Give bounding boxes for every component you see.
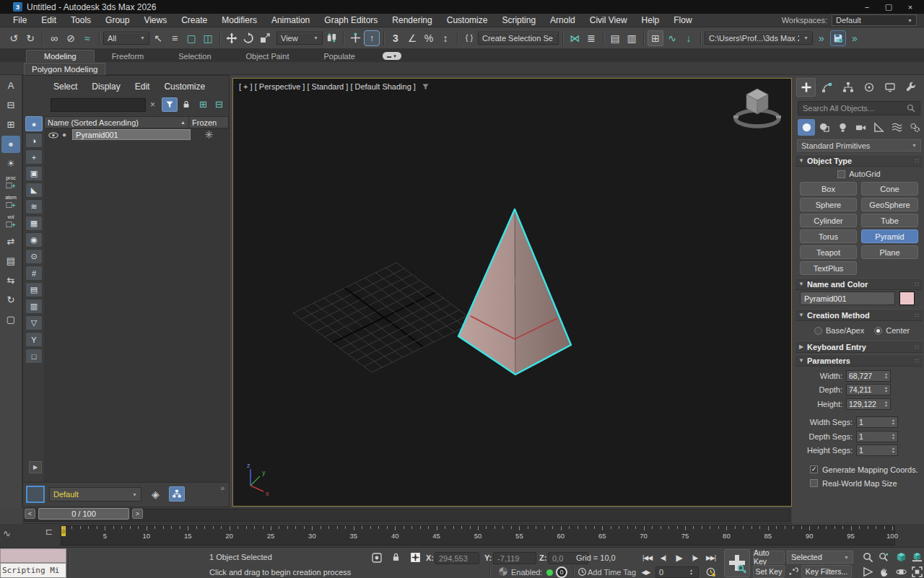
paint-select-icon[interactable]: ● bbox=[1, 136, 20, 153]
display-lights-icon[interactable]: ▣ bbox=[25, 166, 43, 181]
schematic-a-icon[interactable]: A bbox=[1, 77, 20, 95]
spinner[interactable]: ▴▾ bbox=[889, 433, 897, 440]
render-setup-icon[interactable]: ↓ bbox=[681, 30, 697, 46]
select-and-scale-icon[interactable] bbox=[257, 30, 273, 46]
x-coordinate-field[interactable]: 294,553 bbox=[435, 552, 479, 564]
object-type-torus[interactable]: Torus bbox=[800, 229, 857, 243]
orbit-icon[interactable] bbox=[894, 565, 909, 578]
play-button[interactable]: ▶ bbox=[671, 551, 687, 564]
category-shapes-icon[interactable] bbox=[816, 119, 833, 136]
radio-base-apex[interactable] bbox=[814, 327, 822, 335]
display-cameras-icon[interactable]: ◣ bbox=[25, 183, 43, 198]
toolbar-overflow-icon[interactable]: » bbox=[847, 30, 863, 46]
param-field-width-segs[interactable]: 1▴▾ bbox=[856, 416, 898, 428]
pan-hand-icon[interactable] bbox=[876, 565, 892, 578]
light-lister-icon[interactable]: ☀ bbox=[1, 155, 20, 172]
display-filter-combos-icon[interactable]: Y bbox=[25, 332, 43, 347]
object-type-tube[interactable]: Tube bbox=[861, 214, 918, 227]
save-file-icon[interactable] bbox=[830, 30, 846, 46]
explorer-menu-edit[interactable]: Edit bbox=[135, 82, 150, 92]
toggle-scene-explorer-icon[interactable]: ▤ bbox=[607, 30, 623, 46]
menu-scripting[interactable]: Scripting bbox=[494, 14, 543, 27]
menu-arnold[interactable]: Arnold bbox=[543, 14, 583, 27]
menu-views[interactable]: Views bbox=[136, 14, 174, 27]
viewcube[interactable] bbox=[733, 89, 781, 126]
object-type-box[interactable]: Box bbox=[800, 182, 857, 196]
explorer-expand-arrow[interactable]: ▶ bbox=[29, 461, 42, 473]
category-lights-icon[interactable] bbox=[834, 119, 851, 136]
display-bones-icon[interactable]: ◉ bbox=[25, 232, 43, 248]
display-geometry-icon[interactable]: ◑ bbox=[25, 133, 43, 148]
table-row[interactable]: ● Pyramid001 bbox=[44, 128, 228, 141]
param-field-depth[interactable]: 74,211▴▾ bbox=[846, 384, 891, 395]
display-particles-icon[interactable]: ▦ bbox=[25, 216, 43, 231]
primitives-category-dropdown[interactable]: Standard Primitives ▼ bbox=[797, 139, 921, 152]
perspective-viewport[interactable]: z z x y [ + ] [ Perspective ] [ Standard… bbox=[232, 78, 792, 507]
project-folder-dropdown[interactable]: C:\Users\Prof...\3ds Max 2026 ▼ bbox=[705, 32, 813, 45]
isolate-selection-icon[interactable] bbox=[371, 552, 383, 565]
keyboard-shortcut-override-toggle[interactable]: ↑ bbox=[364, 30, 380, 46]
object-type-textplus[interactable]: TextPlus bbox=[800, 261, 857, 275]
menu-modifiers[interactable]: Modifiers bbox=[214, 14, 264, 27]
spinner[interactable]: ▴▾ bbox=[889, 447, 897, 454]
track-bar-bracket-icon[interactable]: ⊏ bbox=[45, 527, 53, 537]
set-keys-button[interactable] bbox=[724, 549, 750, 577]
toggle-layer-explorer-icon[interactable]: ▥ bbox=[624, 30, 640, 46]
key-mode-toggle-icon[interactable]: ◀▶ bbox=[638, 566, 653, 578]
rollout-name-and-color[interactable]: ▼ Name and Color ∷ bbox=[796, 278, 923, 290]
frozen-toggle-icon[interactable] bbox=[191, 131, 228, 139]
degradation-shield-icon[interactable] bbox=[498, 566, 508, 578]
menu-animation[interactable]: Animation bbox=[264, 14, 317, 27]
display-spacewarps-icon[interactable]: ≋ bbox=[25, 199, 43, 214]
zoom-extents-icon[interactable] bbox=[894, 551, 909, 564]
create-atem-icon[interactable]: atem□+ bbox=[1, 194, 20, 211]
tab-create[interactable] bbox=[796, 78, 816, 97]
pyramid-object[interactable]: z bbox=[458, 209, 571, 375]
menu-graph-editors[interactable]: Graph Editors bbox=[317, 14, 385, 27]
previous-frame-button[interactable]: < bbox=[25, 509, 35, 519]
spinner[interactable]: ▴▾ bbox=[882, 386, 890, 393]
menu-help[interactable]: Help bbox=[635, 14, 667, 27]
mini-curve-editor-icon[interactable]: ∿ bbox=[3, 528, 11, 539]
window-run-icon[interactable]: ⊞ bbox=[1, 116, 20, 133]
selection-set-dropdown[interactable]: Selected ▼ bbox=[787, 551, 853, 564]
rollout-creation-method[interactable]: ▼ Creation Method ∷ bbox=[796, 309, 923, 321]
object-type-sphere[interactable]: Sphere bbox=[800, 198, 857, 211]
expand-all-icon[interactable]: ⊞ bbox=[199, 99, 207, 110]
explorer-search-input[interactable] bbox=[51, 98, 146, 112]
param-field-width[interactable]: 68,727▴▾ bbox=[846, 370, 891, 382]
category-spacewarps-icon[interactable] bbox=[888, 119, 905, 136]
object-type-plane[interactable]: Plane bbox=[861, 245, 918, 259]
refresh-tool-icon[interactable]: ↻ bbox=[1, 292, 20, 309]
autogrid-checkbox[interactable] bbox=[837, 170, 845, 178]
curve-editor-icon[interactable]: ∿ bbox=[664, 30, 680, 46]
radio-center[interactable] bbox=[874, 327, 882, 335]
selection-lock-icon[interactable] bbox=[391, 552, 401, 564]
window-min-icon[interactable]: ⊟ bbox=[1, 97, 20, 114]
spinner[interactable]: ▴▾ bbox=[882, 372, 890, 380]
window-crossing-icon[interactable]: ◫ bbox=[200, 30, 216, 46]
toolbar-overflow-icon[interactable]: » bbox=[814, 30, 829, 46]
explorer-menu-customize[interactable]: Customize bbox=[164, 82, 205, 92]
collapse-all-icon[interactable]: ⊟ bbox=[215, 99, 223, 110]
use-pivot-center-icon[interactable] bbox=[323, 30, 339, 46]
go-to-end-button[interactable]: ▶▶| bbox=[703, 551, 718, 564]
lock-explorer-ic[interactable] bbox=[182, 99, 191, 112]
y-coordinate-field[interactable]: -7,119 bbox=[493, 552, 536, 564]
box-tool-icon[interactable]: ▢ bbox=[1, 311, 20, 328]
current-frame-field[interactable]: 0 ▴▾ bbox=[655, 566, 699, 578]
minimize-button[interactable]: − bbox=[856, 0, 878, 14]
rollout-keyboard-entry[interactable]: ▶ Keyboard Entry ∷ bbox=[796, 341, 923, 353]
undo-icon[interactable]: ↺ bbox=[6, 30, 22, 46]
ribbon-display-options-icon[interactable]: ▬▼ bbox=[383, 52, 401, 60]
menu-file[interactable]: File bbox=[6, 14, 34, 27]
set-key-button[interactable]: Set Key bbox=[753, 565, 785, 578]
object-type-teapot[interactable]: Teapot bbox=[800, 245, 857, 259]
time-configuration-icon[interactable] bbox=[705, 566, 716, 578]
viewport-label[interactable]: [ + ] [ Perspective ] [ Standard ] [ Def… bbox=[239, 82, 430, 91]
category-cameras-icon[interactable] bbox=[852, 119, 869, 136]
create-proc-icon[interactable]: proc□+ bbox=[1, 175, 20, 192]
select-object-icon[interactable]: ↖ bbox=[150, 30, 166, 46]
menu-group[interactable]: Group bbox=[98, 14, 136, 27]
schematic-view-icon[interactable] bbox=[169, 486, 185, 502]
